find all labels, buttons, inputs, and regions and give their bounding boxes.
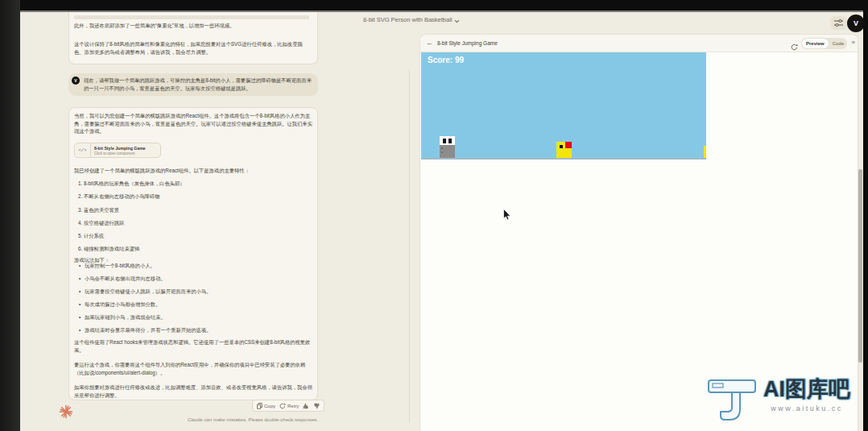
thumbs-up-icon [303, 403, 309, 409]
refresh-button[interactable] [791, 39, 798, 54]
artifact-chip-text: 8-bit Style Jumping Game Click to open c… [91, 143, 149, 157]
user-avatar[interactable]: V [847, 15, 863, 32]
feature-item: 3. 蓝色的天空背景 [78, 207, 312, 213]
code-icon: </> [75, 143, 91, 157]
features-intro: 我已经创建了一个简单的横版跳跃游戏的React组件。以下是游戏的主要特性： [74, 167, 312, 175]
code-tab[interactable]: Code [829, 41, 848, 46]
feature-item: 4. 按空格键进行跳跃 [78, 220, 312, 226]
artifact-header: ← 8-bit Style Jumping Game Preview Code … [420, 35, 858, 52]
screenshot-root: 8-bit SVG Person with Basketball V 此外，我还… [0, 0, 868, 431]
assistant-message: 当然，我可以为您创建一个简单的横版跳跃游戏的React组件。这个游戏将包含一个8… [68, 107, 318, 400]
user-message-avatar: V [72, 77, 80, 85]
thumbs-down-button[interactable] [313, 403, 320, 409]
assistant-paragraph: 这个组件使用了React hooks来管理游戏状态和逻辑。它还使用了一些基本的C… [74, 338, 312, 354]
chevron-down-icon [455, 18, 459, 22]
thumbs-down-icon [313, 403, 320, 409]
retry-button[interactable]: Retry [279, 403, 299, 409]
chat-panel-divider [409, 70, 410, 423]
game-canvas[interactable]: Score: 99 [421, 52, 706, 160]
artifact-chip-subtitle: Click to open component [94, 151, 146, 155]
feature-item: 5. 计分系统 [78, 233, 312, 239]
user-message: V 现在，请帮我做一个简单的跳跃游戏，可操控的主角是8-bit的小人，需要躲过的… [68, 73, 318, 96]
settings-button[interactable] [830, 16, 847, 30]
claude-logo-icon [59, 404, 73, 419]
bird-sprite [556, 142, 572, 158]
player-eye [448, 139, 452, 143]
back-button[interactable]: ← [426, 39, 433, 48]
gameplay-item: 玩家控制一个8-bit风格的小人。 [78, 263, 312, 269]
sliders-icon [833, 19, 844, 27]
scrollbar[interactable] [858, 169, 862, 363]
thumbs-up-button[interactable] [303, 403, 309, 409]
gameplay-item: 游戏结束时会显示最终得分，并有一个重新开始的选项。 [78, 327, 312, 334]
assistant-paragraph: 这个设计保持了8-bit风格的简单性和像素化的特征，如果您想要对这个SVG进行任… [74, 40, 312, 56]
incoming-bird-sprite [704, 146, 706, 158]
conversation-title[interactable]: 8-bit SVG Person with Basketball [310, 16, 511, 23]
artifact-chip[interactable]: </> 8-bit Style Jumping Game Click to op… [74, 143, 161, 158]
copy-icon [257, 403, 262, 409]
player-head [440, 136, 455, 145]
disclaimer-text: Claude can make mistakes. Please double-… [163, 417, 318, 422]
mouse-cursor [503, 209, 511, 221]
retry-icon [279, 403, 286, 409]
gameplay-item: 小鸟会不断从右侧出现并向左移动。 [78, 276, 312, 282]
artifact-panel: ← 8-bit Style Jumping Game Preview Code … [420, 34, 858, 431]
copy-label: Copy [264, 404, 275, 408]
watermark-logo-icon [707, 377, 757, 424]
gameplay-item: 每次成功躲过小鸟都会增加分数。 [78, 301, 312, 308]
gameplay-item: 如果玩家碰到小鸟，游戏就会结束。 [78, 314, 312, 321]
refresh-icon [791, 44, 798, 51]
feature-item: 2. 不断从右侧向左移动的小鸟障碍物 [78, 193, 312, 200]
collapse-panel-button[interactable]: » [852, 39, 855, 46]
watermark-url: www.aituku.cc [763, 404, 850, 412]
conversation-title-text: 8-bit SVG Person with Basketball [363, 16, 452, 23]
view-toggle: Preview Code [801, 38, 847, 49]
assistant-paragraph: 如果你想要对游戏进行任何修改或改进，比如调整难度、添加音效、或者改变视觉风格，请… [74, 383, 312, 399]
gameplay-item: 玩家需要按空格键使小人跳跃，以躲开迎面而来的小鸟。 [78, 288, 312, 295]
bird-eye [560, 145, 563, 148]
claude-app-window: 8-bit SVG Person with Basketball V 此外，我还… [20, 10, 863, 431]
bird-beak [565, 142, 572, 148]
copy-button[interactable]: Copy [257, 403, 275, 409]
artifact-title: 8-bit Style Jumping Game [437, 40, 498, 46]
assistant-paragraph: 此外，我还在底部添加了一些简单的“像素化”草地，以增加一些环境感。 [74, 22, 312, 30]
score-label: Score: 99 [428, 56, 464, 64]
preview-tab[interactable]: Preview [802, 39, 829, 48]
assistant-paragraph: 当然，我可以为您创建一个简单的横版跳跃游戏的React组件。这个游戏将包含一个8… [74, 112, 312, 135]
watermark: AI图库吧 www.aituku.cc [707, 377, 850, 424]
player-sprite [440, 136, 455, 158]
user-message-text: 现在，请帮我做一个简单的跳跃游戏，可操控的主角是8-bit的小人，需要躲过的障碍… [84, 77, 312, 92]
watermark-title: AI图库吧 [763, 377, 850, 401]
player-eye [443, 139, 446, 143]
faded-text-line [74, 15, 309, 19]
player-body [440, 145, 455, 158]
feature-item: 1. 8-bit风格的玩家角色（灰色身体，白色头部） [78, 180, 312, 187]
watermark-text: AI图库吧 www.aituku.cc [763, 377, 850, 412]
assistant-paragraph: 要运行这个游戏，你需要将这个组件导入到你的React应用中，并确保你的项目中已经… [74, 361, 312, 376]
message-toolbar: Copy Retry [252, 400, 324, 412]
feature-item: 6. 碰撞检测和游戏结束逻辑 [78, 246, 312, 252]
retry-label: Retry [287, 404, 299, 408]
artifact-chip-title: 8-bit Style Jumping Game [94, 146, 146, 151]
assistant-message-previous: 此外，我还在底部添加了一些简单的“像素化”草地，以增加一些环境感。 这个设计保持… [68, 12, 318, 64]
